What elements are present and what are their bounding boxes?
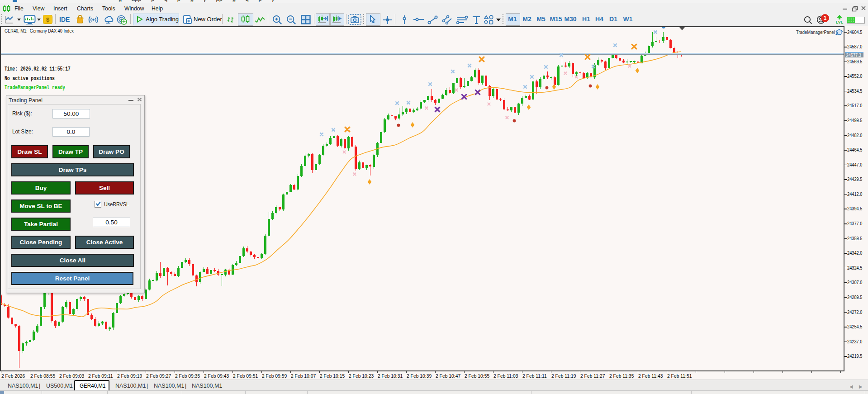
svg-text:$: $	[46, 16, 50, 23]
svg-text:LVL: LVL	[836, 20, 844, 24]
